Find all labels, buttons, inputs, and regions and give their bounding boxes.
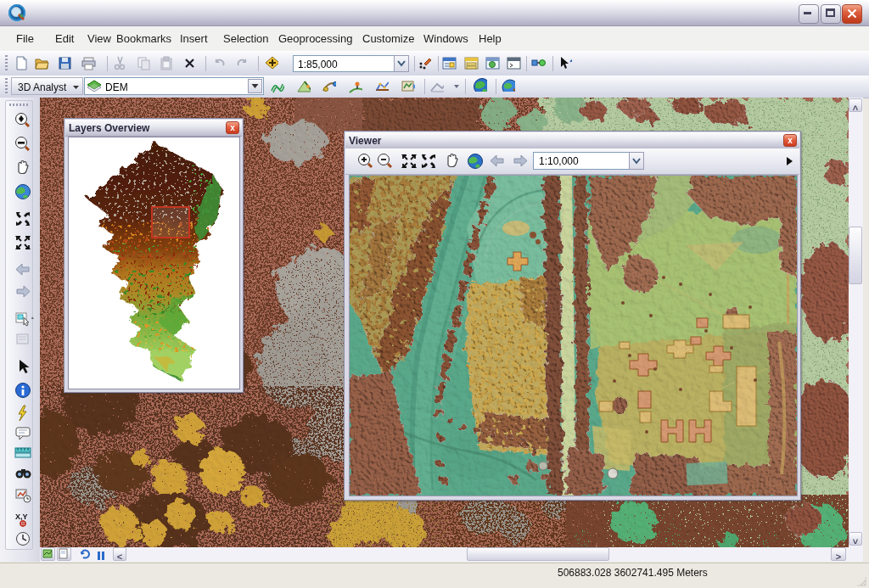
- svg-text:X,Y: X,Y: [15, 512, 28, 521]
- svg-text:?: ?: [569, 57, 572, 70]
